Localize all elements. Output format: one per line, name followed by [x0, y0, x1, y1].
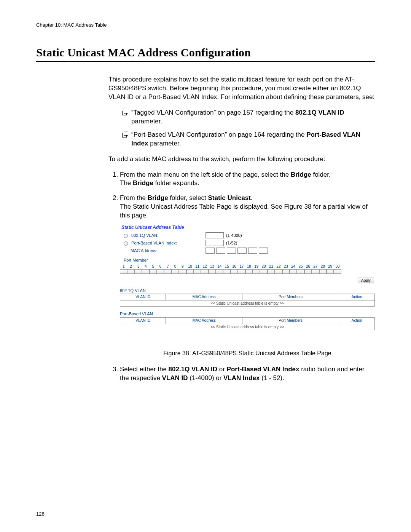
label-portbased-vlan: Port-Based VLAN Index:	[124, 240, 206, 246]
port-checkbox[interactable]	[150, 269, 157, 274]
th-action: Action	[339, 318, 375, 324]
port-checkbox-cell	[304, 269, 312, 275]
body-column: This procedure explains how to set the s…	[108, 75, 375, 383]
port-checkbox[interactable]	[312, 269, 319, 274]
port-checkbox[interactable]	[275, 269, 282, 274]
section-portbased-vlan-title: Port-Based VLAN	[120, 311, 375, 317]
port-checkbox[interactable]	[157, 269, 164, 274]
radio-portbased-vlan[interactable]	[124, 241, 128, 246]
port-checkbox[interactable]	[209, 269, 216, 274]
port-number: 13	[209, 264, 216, 269]
port-checkbox[interactable]	[245, 269, 253, 274]
port-checkbox[interactable]	[164, 269, 171, 274]
port-checkbox[interactable]	[253, 269, 260, 274]
port-number: 15	[223, 264, 230, 269]
text: parameter.	[148, 140, 181, 147]
text: (1-4000) or	[188, 374, 224, 382]
bold-text: 802.1Q VLAN ID	[169, 366, 218, 373]
text: folder, select	[168, 194, 208, 201]
port-checkbox[interactable]	[216, 269, 223, 274]
port-number: 23	[282, 264, 290, 269]
section-8021q-vlan-title: 802.1Q VLAN	[120, 288, 375, 294]
port-number: 26	[304, 264, 312, 269]
port-checkbox[interactable]	[127, 269, 134, 274]
port-checkbox[interactable]	[223, 269, 230, 274]
mac-octet-2[interactable]	[216, 248, 225, 254]
port-number: 12	[201, 264, 208, 269]
port-checkbox[interactable]	[179, 269, 186, 274]
port-checkbox[interactable]	[334, 269, 341, 274]
table-8021q-vlan: VLAN ID MAC Address Port Members Action …	[120, 294, 375, 307]
port-checkbox[interactable]	[282, 269, 290, 274]
row-8021q-vlan: 802.1Q VLAN: (1-4000)	[120, 232, 375, 239]
empty-row: << Static Unicast address table is empty…	[120, 324, 375, 330]
port-number: 16	[231, 264, 238, 269]
port-checkbox[interactable]	[142, 269, 149, 274]
bullet-list: “Tagged VLAN Configuration” on page 157 …	[108, 109, 375, 148]
text: folder.	[311, 171, 331, 178]
port-checkbox[interactable]	[297, 269, 304, 274]
text: From the	[120, 194, 148, 201]
port-checkbox-cell	[216, 269, 223, 275]
port-checkbox[interactable]	[238, 269, 245, 274]
radio-8021q-vlan[interactable]	[124, 234, 128, 238]
port-checkbox[interactable]	[194, 269, 201, 274]
row-mac-address: MAC Address:	[120, 247, 375, 254]
table-row: << Static Unicast address table is empty…	[120, 300, 375, 307]
port-checkbox-cell	[150, 269, 157, 275]
text: 802.1Q VLAN:	[131, 233, 158, 238]
empty-row: << Static Unicast address table is empty…	[120, 300, 375, 307]
port-checkbox[interactable]	[260, 269, 267, 274]
table-row: VLAN ID MAC Address Port Members Action	[120, 318, 375, 324]
port-checkbox-cell	[260, 269, 267, 275]
mac-octet-5[interactable]	[248, 248, 257, 254]
port-checkbox[interactable]	[268, 269, 275, 274]
numbered-steps: From the main menu on the left side of t…	[108, 171, 375, 383]
text: From the main menu on the left side of t…	[120, 171, 291, 178]
port-checkbox-cell	[223, 269, 230, 275]
input-portbased-vlan[interactable]	[206, 240, 224, 246]
port-number: 22	[275, 264, 282, 269]
port-checkbox[interactable]	[172, 269, 179, 274]
port-checkbox[interactable]	[290, 269, 297, 274]
port-number: 11	[194, 264, 201, 269]
figure-caption: Figure 38. AT-GS950/48PS Static Unicast …	[120, 349, 375, 358]
mac-octet-1[interactable]	[206, 248, 215, 254]
step-3: Select either the 802.1Q VLAN ID or Port…	[120, 365, 375, 383]
port-checkbox-cell	[120, 269, 127, 275]
bold-text: 802.1Q VLAN ID	[295, 109, 344, 116]
port-checkbox[interactable]	[327, 269, 334, 274]
port-checkbox[interactable]	[319, 269, 327, 274]
port-checkbox-cell	[209, 269, 216, 275]
mac-octet-3[interactable]	[227, 248, 236, 254]
th-mac-address: MAC Address	[166, 294, 242, 300]
port-checkbox-cell	[282, 269, 290, 275]
port-checkbox-cell	[186, 269, 194, 275]
port-checkbox-cell	[127, 269, 134, 275]
bullet-item-1: “Tagged VLAN Configuration” on page 157 …	[122, 109, 375, 126]
port-number: 21	[268, 264, 275, 269]
port-checkbox[interactable]	[135, 269, 142, 274]
port-checkbox[interactable]	[201, 269, 208, 274]
section-title: Static Unicast MAC Address Configuration	[36, 46, 375, 59]
th-action: Action	[339, 294, 375, 300]
port-checkbox[interactable]	[186, 269, 194, 274]
port-number: 20	[260, 264, 267, 269]
bold-text: Static Unicast	[208, 194, 250, 201]
port-checkbox-cell	[297, 269, 304, 275]
port-checkbox[interactable]	[231, 269, 238, 274]
intro-paragraph: This procedure explains how to set the s…	[108, 75, 375, 102]
mac-octet-4[interactable]	[237, 248, 247, 254]
port-number: 24	[290, 264, 297, 269]
label-mac-address: MAC Address:	[124, 248, 206, 254]
port-checkbox-cell	[253, 269, 260, 275]
port-checkbox[interactable]	[304, 269, 312, 274]
port-checkbox-cell	[179, 269, 186, 275]
input-8021q-vlan[interactable]	[206, 232, 224, 238]
text: parameter.	[131, 118, 162, 125]
bold-text: VLAN Index	[223, 374, 260, 382]
mac-octet-6[interactable]	[259, 248, 268, 254]
port-checkbox[interactable]	[120, 269, 127, 274]
range-8021q: (1-4000)	[226, 233, 242, 238]
apply-button[interactable]: Apply	[358, 278, 374, 283]
